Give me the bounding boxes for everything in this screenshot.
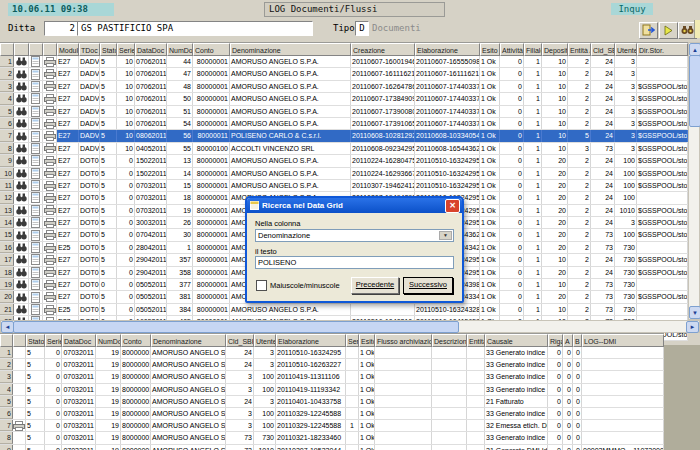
col-header[interactable]: Filiale xyxy=(524,43,542,56)
printer-icon[interactable] xyxy=(43,304,57,315)
grid-row[interactable]: 250070320111980000001AMORUSO ANGELO S.P.… xyxy=(0,359,664,371)
printer-icon[interactable] xyxy=(43,254,57,265)
binoculars-icon[interactable] xyxy=(14,155,29,166)
document-icon[interactable] xyxy=(29,217,43,228)
col-header[interactable]: Utente xyxy=(254,334,276,347)
exit-button[interactable] xyxy=(639,22,658,39)
grid-row[interactable]: 3E27DADV510070620114880000001AMORUSO ANG… xyxy=(0,81,688,93)
grid-row[interactable]: 10E27DOT050150220111480000001AMORUSO ANG… xyxy=(0,168,688,180)
document-icon[interactable] xyxy=(29,168,43,179)
printer-icon[interactable] xyxy=(43,291,57,302)
binoculars-icon[interactable] xyxy=(14,267,29,278)
printer-icon[interactable] xyxy=(43,81,57,92)
col-header[interactable]: NumDoc xyxy=(167,43,193,56)
col-header[interactable]: Utente xyxy=(615,43,637,56)
col-header[interactable]: B xyxy=(573,334,582,347)
ditta-name-field[interactable]: GS PASTIFICIO SPA xyxy=(77,21,313,36)
col-header[interactable]: Conto xyxy=(121,334,151,347)
binoculars-icon[interactable] xyxy=(14,229,29,240)
col-header[interactable]: Esito xyxy=(480,43,500,56)
document-icon[interactable] xyxy=(29,81,43,92)
grid-row[interactable]: 21E25DOT0500505201138480000001AMORUSO AN… xyxy=(0,304,688,316)
col-header[interactable]: Causale xyxy=(485,334,548,347)
col-header[interactable]: Descrizione xyxy=(432,334,467,347)
col-header[interactable]: Elaborazione xyxy=(276,334,346,347)
chevron-down-icon[interactable]: ▼ xyxy=(439,231,452,240)
document-icon[interactable] xyxy=(29,267,43,278)
col-header[interactable]: Cld_SBH xyxy=(591,43,615,56)
printer-icon[interactable] xyxy=(43,106,57,117)
scroll-right-arrow-icon[interactable]: ► xyxy=(686,321,699,333)
binoculars-icon[interactable] xyxy=(14,68,29,79)
document-icon[interactable] xyxy=(29,155,43,166)
grid-row[interactable]: 950070320111980000001AMORUSO ANGELO S.P.… xyxy=(0,445,664,450)
binoculars-icon[interactable] xyxy=(14,217,29,228)
binoculars-icon[interactable] xyxy=(14,205,29,216)
document-icon[interactable] xyxy=(29,118,43,129)
ditta-code-field[interactable]: 2 xyxy=(44,21,79,36)
binoculars-icon[interactable] xyxy=(14,192,29,203)
printer-icon[interactable] xyxy=(43,93,57,104)
document-icon[interactable] xyxy=(29,291,43,302)
document-icon[interactable] xyxy=(29,93,43,104)
document-icon[interactable] xyxy=(29,229,43,240)
col-header[interactable]: Esito xyxy=(359,334,375,347)
previous-button[interactable]: Precedente xyxy=(351,277,399,294)
binoculars-icon[interactable] xyxy=(14,291,29,302)
grid-row[interactable]: 1E27DADV510070620114480000001AMORUSO ANG… xyxy=(0,56,688,68)
printer-icon[interactable] xyxy=(43,242,57,253)
col-header[interactable]: A xyxy=(563,334,573,347)
col-header[interactable]: Serie xyxy=(45,334,62,347)
col-header[interactable]: Entità A xyxy=(568,43,591,56)
col-header[interactable]: Deposito xyxy=(542,43,568,56)
col-header[interactable]: Stato xyxy=(26,334,45,347)
printer-icon[interactable] xyxy=(43,205,57,216)
column-select[interactable]: Denominazione ▼ xyxy=(255,229,454,242)
binoculars-icon[interactable] xyxy=(14,242,29,253)
printer-icon[interactable] xyxy=(43,267,57,278)
grid-row[interactable]: 8E27DADV510040520115580000100ACCOLTI VIN… xyxy=(0,143,688,155)
printer-icon[interactable] xyxy=(43,279,57,290)
col-header[interactable]: Elaborazione xyxy=(415,43,480,56)
col-header[interactable]: LOG--DMI xyxy=(582,334,664,347)
document-icon[interactable] xyxy=(29,242,43,253)
printer-icon[interactable] xyxy=(43,180,57,191)
binoculars-icon[interactable] xyxy=(14,93,29,104)
document-icon[interactable] xyxy=(29,205,43,216)
document-icon[interactable] xyxy=(29,254,43,265)
scroll-down-arrow-icon[interactable]: ▼ xyxy=(689,306,700,319)
document-icon[interactable] xyxy=(29,56,43,67)
document-icon[interactable] xyxy=(29,130,43,141)
printer-icon[interactable] xyxy=(43,68,57,79)
grid-row[interactable]: 7E27DADV510080620115680000011POLISENO CA… xyxy=(0,130,688,142)
grid-row[interactable]: 5E27DADV510070620115180000001AMORUSO ANG… xyxy=(0,106,688,118)
binoculars-icon[interactable] xyxy=(14,143,29,154)
grid-row[interactable]: 650070320111980000001AMORUSO ANGELO S.P.… xyxy=(0,408,664,420)
document-icon[interactable] xyxy=(29,180,43,191)
col-header[interactable]: Denominazione xyxy=(230,43,351,56)
binoculars-icon[interactable] xyxy=(14,118,29,129)
col-header[interactable]: Cld_SBH xyxy=(226,334,254,347)
grid-row[interactable]: 4E27DADV510070620115080000001AMORUSO ANG… xyxy=(0,93,688,105)
horizontal-scrollbar[interactable]: ◄ ► xyxy=(0,320,700,333)
grid-row[interactable]: 9E27DOT050150220111380000001AMORUSO ANGE… xyxy=(0,155,688,167)
grid-row[interactable]: 750070320111980000001AMORUSO ANGELO S.P.… xyxy=(0,420,664,432)
col-header[interactable]: Entità xyxy=(467,334,485,347)
binoculars-icon[interactable] xyxy=(14,180,29,191)
document-icon[interactable] xyxy=(29,304,43,315)
col-header[interactable]: Ser xyxy=(346,334,359,347)
binoculars-icon[interactable] xyxy=(14,56,29,67)
grid-row[interactable]: 550070320111980000001AMORUSO ANGELO S.P.… xyxy=(0,396,664,408)
printer-icon[interactable] xyxy=(43,192,57,203)
printer-icon[interactable] xyxy=(43,56,57,67)
case-checkbox[interactable] xyxy=(256,280,267,291)
binoculars-icon[interactable] xyxy=(14,106,29,117)
tipo-code-field[interactable]: D xyxy=(355,21,369,36)
col-header[interactable]: Modulo xyxy=(57,43,79,56)
dialog-titlebar[interactable]: Ricerca nel Data Grid ✕ xyxy=(247,198,462,213)
document-icon[interactable] xyxy=(29,68,43,79)
close-icon[interactable]: ✕ xyxy=(445,199,460,213)
col-header[interactable]: NumDoc xyxy=(96,334,121,347)
col-header[interactable]: Stato xyxy=(100,43,117,56)
printer-icon[interactable] xyxy=(43,229,57,240)
